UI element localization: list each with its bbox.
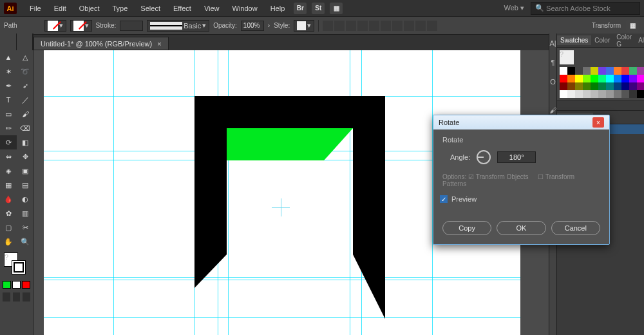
menu-effect[interactable]: Effect bbox=[168, 3, 196, 14]
swatch-cell[interactable] bbox=[621, 90, 629, 98]
scale-tool[interactable]: ◧ bbox=[17, 135, 33, 149]
swatch-cell[interactable] bbox=[575, 67, 583, 75]
mesh-tool[interactable]: ▦ bbox=[0, 178, 17, 192]
swatch-cell[interactable] bbox=[606, 90, 614, 98]
hand-tool[interactable]: ✋ bbox=[0, 235, 17, 249]
swatch-cell[interactable] bbox=[598, 75, 606, 82]
swatch-cell[interactable] bbox=[621, 82, 629, 90]
swatch-cell[interactable] bbox=[575, 75, 583, 82]
blend-tool[interactable]: ◐ bbox=[17, 192, 33, 206]
menu-file[interactable]: File bbox=[24, 3, 46, 14]
swatch-cell[interactable] bbox=[598, 67, 606, 75]
swatch-cell[interactable] bbox=[591, 67, 598, 75]
swatch-cell[interactable] bbox=[637, 75, 644, 82]
column-graph-tool[interactable]: ▥ bbox=[17, 206, 33, 220]
artboard-tool[interactable]: ▢ bbox=[0, 220, 17, 235]
swatch-cell[interactable] bbox=[637, 82, 644, 90]
swatch-cell[interactable] bbox=[614, 82, 621, 90]
swatch-cell[interactable] bbox=[621, 75, 629, 82]
close-icon[interactable]: × bbox=[592, 117, 604, 128]
stock-icon[interactable]: St bbox=[312, 3, 325, 14]
opacity-input[interactable] bbox=[241, 21, 264, 31]
align-top-icon[interactable] bbox=[357, 21, 368, 31]
swatch-cell[interactable] bbox=[583, 75, 591, 82]
close-icon[interactable]: × bbox=[157, 40, 161, 48]
swatch-cell[interactable] bbox=[560, 67, 567, 75]
swatch-cell[interactable] bbox=[583, 67, 591, 75]
bridge-icon[interactable]: Br bbox=[294, 3, 307, 14]
swatch-cell[interactable] bbox=[637, 67, 644, 75]
swatch-cell[interactable] bbox=[575, 82, 583, 90]
width-tool[interactable]: ⇔ bbox=[0, 149, 17, 164]
perspective-tool[interactable]: ▣ bbox=[17, 164, 33, 178]
copy-button[interactable]: Copy bbox=[442, 221, 491, 235]
tab-color[interactable]: Color bbox=[591, 35, 613, 45]
curvature-tool[interactable]: ➶ bbox=[17, 79, 33, 93]
lasso-tool[interactable]: ➰ bbox=[17, 64, 33, 79]
line-tool[interactable]: ／ bbox=[17, 93, 33, 107]
tab-swatches[interactable]: Swatches bbox=[557, 35, 591, 45]
char-panel-icon[interactable]: A| bbox=[549, 34, 556, 53]
swatch-cell[interactable] bbox=[629, 67, 637, 75]
ok-button[interactable]: OK bbox=[497, 221, 545, 235]
black-left-leg[interactable] bbox=[194, 96, 227, 254]
stroke-weight-input[interactable] bbox=[120, 21, 143, 31]
tab-align[interactable]: Align bbox=[635, 35, 644, 45]
swatch-cell[interactable] bbox=[567, 90, 575, 98]
gradient-tool[interactable]: ▤ bbox=[17, 178, 33, 192]
swatch-cell[interactable] bbox=[560, 90, 567, 98]
green-selected-path[interactable] bbox=[227, 128, 353, 160]
angle-input[interactable] bbox=[497, 151, 536, 163]
dialog-titlebar[interactable]: Rotate × bbox=[433, 115, 609, 129]
swatch-none-icon[interactable]: ? bbox=[560, 50, 574, 64]
align-bottom-icon[interactable] bbox=[381, 21, 391, 31]
swatch-cell[interactable] bbox=[614, 75, 621, 82]
distribute-h-icon[interactable] bbox=[392, 21, 402, 31]
free-transform-tool[interactable]: ✥ bbox=[17, 149, 33, 164]
draw-inside-icon[interactable] bbox=[23, 292, 30, 302]
magic-wand-tool[interactable]: ✶ bbox=[0, 64, 17, 79]
direct-selection-tool[interactable]: △ bbox=[17, 50, 33, 64]
swatch-cell[interactable] bbox=[591, 82, 598, 90]
glyphs-panel-icon[interactable]: O bbox=[549, 72, 556, 91]
distribute-space-icon[interactable] bbox=[415, 21, 426, 31]
menu-edit[interactable]: Edit bbox=[49, 3, 71, 14]
fill-stroke-controls[interactable]: ? bbox=[0, 251, 33, 280]
swatch-cell[interactable] bbox=[614, 67, 621, 75]
swatch-cell[interactable] bbox=[629, 82, 637, 90]
isolate-icon[interactable]: ▦ bbox=[626, 20, 639, 32]
align-middle-icon[interactable] bbox=[369, 21, 379, 31]
menu-window[interactable]: Window bbox=[227, 3, 263, 14]
fill-color-chip[interactable] bbox=[3, 281, 11, 289]
stroke-swatch[interactable] bbox=[12, 260, 26, 274]
swatch-cell[interactable] bbox=[583, 90, 591, 98]
swatch-cell[interactable] bbox=[560, 75, 567, 82]
preview-checkbox[interactable]: ✓ bbox=[440, 195, 448, 203]
swatch-cell[interactable] bbox=[606, 82, 614, 90]
swatch-cell[interactable] bbox=[567, 82, 575, 90]
cancel-button[interactable]: Cancel bbox=[551, 221, 600, 235]
menu-view[interactable]: View bbox=[199, 3, 225, 14]
swatch-cell[interactable] bbox=[567, 67, 575, 75]
eraser-tool[interactable]: ⌫ bbox=[17, 121, 33, 135]
swatch-cell[interactable] bbox=[629, 75, 637, 82]
fill-dropdown[interactable]: ▾ bbox=[44, 20, 66, 32]
gradient-chip[interactable] bbox=[12, 281, 21, 289]
draw-behind-icon[interactable] bbox=[13, 292, 21, 302]
swatch-cell[interactable] bbox=[637, 90, 644, 98]
align-left-icon[interactable] bbox=[323, 21, 333, 31]
workspace-switcher[interactable]: Web ▾ bbox=[500, 4, 528, 12]
search-input[interactable]: 🔍 Search Adobe Stock bbox=[531, 2, 640, 15]
menu-select[interactable]: Select bbox=[135, 3, 166, 14]
menu-object[interactable]: Object bbox=[74, 3, 105, 14]
stroke-color-dropdown[interactable]: ▾ bbox=[70, 20, 92, 32]
para-panel-icon[interactable]: ¶ bbox=[549, 53, 556, 72]
brush-def-dropdown[interactable]: Basic▾ bbox=[147, 20, 209, 32]
style-dropdown[interactable]: ▾ bbox=[294, 20, 314, 32]
swatch-cell[interactable] bbox=[629, 90, 637, 98]
black-right-foot[interactable] bbox=[353, 254, 385, 319]
swatch-cell[interactable] bbox=[598, 82, 606, 90]
document-tab[interactable]: Untitled-1* @ 100% (RGB/Preview) × bbox=[33, 37, 169, 50]
selection-tool[interactable]: ▲ bbox=[0, 50, 17, 64]
arrange-icon[interactable]: ▦ bbox=[330, 3, 343, 14]
